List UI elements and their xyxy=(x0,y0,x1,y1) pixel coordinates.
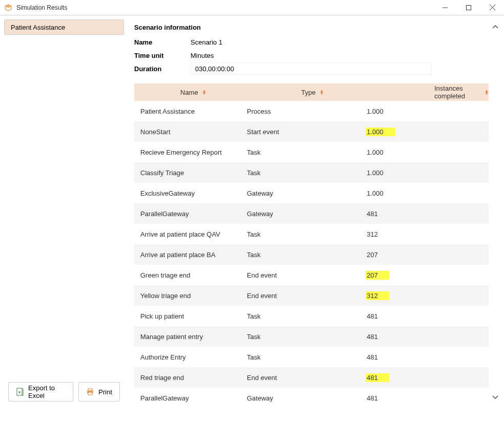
name-label: Name xyxy=(134,38,191,46)
scroll-down-icon[interactable] xyxy=(491,393,500,402)
cell-type: End event xyxy=(247,271,366,279)
table-row: ParallelGatewayGateway481 xyxy=(134,203,489,224)
cell-type: Gateway xyxy=(247,210,366,218)
cell-name: ExclusiveGateway xyxy=(134,189,247,197)
name-value: Scenario 1 xyxy=(191,38,222,46)
window-title: Simulation Results xyxy=(16,4,433,11)
table-row: Arrive at patient place QAVTask312 xyxy=(134,224,489,244)
scroll-up-icon[interactable] xyxy=(491,24,500,32)
cell-instances: 481 xyxy=(366,374,489,382)
cell-name: Recieve Emergency Report xyxy=(134,149,247,156)
cell-instances: 207 xyxy=(366,251,489,259)
table-row: ExclusiveGatewayGateway1.000 xyxy=(134,183,489,203)
cell-instances: 1.000 xyxy=(366,149,489,156)
cell-instances: 481 xyxy=(366,333,489,341)
export-label: Export to Excel xyxy=(28,384,66,399)
cell-type: Task xyxy=(247,251,366,259)
cell-name: Red triage end xyxy=(134,374,247,382)
sidebar-item[interactable]: Patient Assistance xyxy=(5,20,123,34)
sort-icon: ▲▼ xyxy=(320,90,324,95)
table-row: Arrive at patient place BATask207 xyxy=(134,244,489,265)
th-name[interactable]: Name ▲▼ xyxy=(134,89,247,96)
cell-type: Task xyxy=(247,353,366,361)
table-row: Recieve Emergency ReportTask1.000 xyxy=(134,142,489,162)
cell-name: Arrive at patient place BA xyxy=(134,251,247,259)
duration-value[interactable]: 030,00:00:00 xyxy=(191,62,431,75)
cell-type: Task xyxy=(247,230,366,238)
cell-type: End event xyxy=(247,292,366,300)
svg-rect-10 xyxy=(88,392,92,395)
table-row: Manage patient entryTask481 xyxy=(134,326,489,347)
cell-instances: 481 xyxy=(366,210,489,218)
table-row: Red triage endEnd event481 xyxy=(134,367,489,388)
cell-name: NoneStart xyxy=(134,128,247,136)
table-row: Pick up patientTask481 xyxy=(134,306,489,326)
minimize-button[interactable] xyxy=(433,0,457,15)
cell-instances: 207 xyxy=(366,271,489,279)
excel-icon: x xyxy=(16,388,24,396)
cell-type: Task xyxy=(247,149,366,156)
print-button[interactable]: Print xyxy=(78,382,120,402)
cell-instances: 1.000 xyxy=(366,108,489,115)
cell-name: ParallelGateway xyxy=(134,210,247,218)
close-button[interactable] xyxy=(480,0,504,15)
cell-type: Task xyxy=(247,312,366,320)
cell-type: Task xyxy=(247,333,366,341)
timeunit-label: Time unit xyxy=(134,52,191,59)
cell-type: Gateway xyxy=(247,394,366,402)
sidebar: Patient Assistance xyxy=(4,19,124,35)
cell-instances: 312 xyxy=(366,230,489,238)
cell-name: Arrive at patient place QAV xyxy=(134,230,247,238)
cell-instances: 481 xyxy=(366,312,489,320)
svg-rect-8 xyxy=(88,389,92,391)
sort-icon: ▲▼ xyxy=(485,90,489,95)
sidebar-item-label: Patient Assistance xyxy=(11,24,65,31)
table-row: Authorize EntryTask481 xyxy=(134,347,489,367)
table-row: Green triage endEnd event207 xyxy=(134,265,489,285)
table-row: Yellow triage endEnd event312 xyxy=(134,285,489,306)
cell-instances: 1.000 xyxy=(366,128,489,136)
cell-instances: 312 xyxy=(366,292,489,300)
th-instances[interactable]: Instances completed ▲▼ xyxy=(366,85,489,100)
cell-type: End event xyxy=(247,374,366,382)
cell-name: Yellow triage end xyxy=(134,292,247,300)
table-row: ParallelGatewayGateway481 xyxy=(134,388,489,408)
cell-instances: 1.000 xyxy=(366,189,489,197)
sort-icon: ▲▼ xyxy=(202,90,206,95)
timeunit-value: Minutes xyxy=(191,52,214,59)
export-excel-button[interactable]: x Export to Excel xyxy=(8,382,73,402)
window-controls xyxy=(433,0,504,15)
th-type[interactable]: Type ▲▼ xyxy=(247,89,366,96)
table-row: Classify TriageTask1.000 xyxy=(134,162,489,183)
cell-instances: 481 xyxy=(366,394,489,402)
svg-rect-3 xyxy=(467,5,471,10)
print-label: Print xyxy=(98,388,112,396)
print-icon xyxy=(86,388,94,396)
main-content: Scenario information Name Scenario 1 Tim… xyxy=(124,19,491,406)
cell-name: Patient Assistance xyxy=(134,108,247,115)
cell-type: Start event xyxy=(247,128,366,136)
scenario-header: Scenario information xyxy=(134,24,489,31)
duration-label: Duration xyxy=(134,65,191,73)
maximize-button[interactable] xyxy=(457,0,480,15)
cell-type: Process xyxy=(247,108,366,115)
titlebar: Simulation Results xyxy=(0,0,504,15)
cell-instances: 1.000 xyxy=(366,169,489,177)
cell-type: Gateway xyxy=(247,189,366,197)
svg-text:x: x xyxy=(18,390,21,394)
cell-instances: 481 xyxy=(366,353,489,361)
table-header: Name ▲▼ Type ▲▼ Instances completed ▲▼ xyxy=(134,83,489,101)
cell-name: ParallelGateway xyxy=(134,394,247,402)
app-icon xyxy=(4,4,12,12)
cell-name: Green triage end xyxy=(134,271,247,279)
table-row: NoneStartStart event1.000 xyxy=(134,121,489,142)
cell-type: Task xyxy=(247,169,366,177)
cell-name: Classify Triage xyxy=(134,169,247,177)
cell-name: Pick up patient xyxy=(134,312,247,320)
cell-name: Manage patient entry xyxy=(134,333,247,341)
vertical-scrollbar[interactable] xyxy=(491,19,500,406)
table-row: Patient AssistanceProcess1.000 xyxy=(134,101,489,121)
footer-buttons: x Export to Excel Print xyxy=(4,378,124,406)
results-table: Name ▲▼ Type ▲▼ Instances completed ▲▼ P… xyxy=(134,83,489,408)
cell-name: Authorize Entry xyxy=(134,353,247,361)
